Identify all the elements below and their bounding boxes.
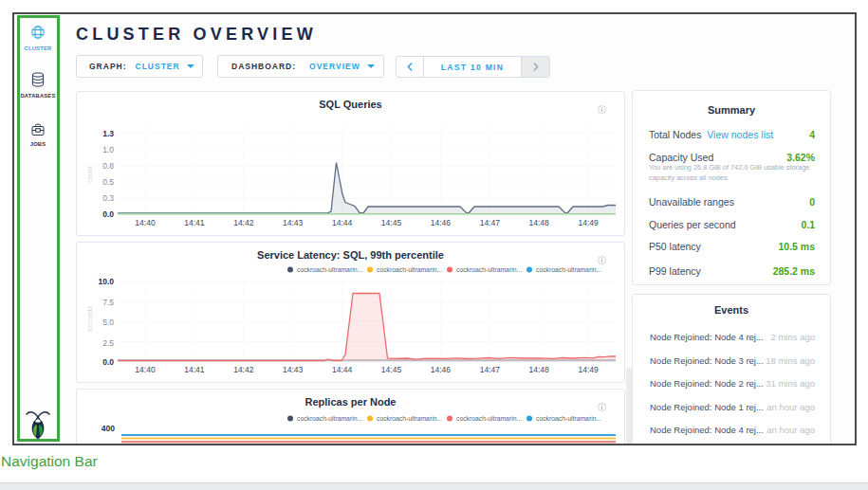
svg-text:cockroach-ultramarin...: cockroach-ultramarin... <box>377 266 442 273</box>
svg-text:14:42: 14:42 <box>233 365 254 374</box>
svg-text:5.0: 5.0 <box>102 318 114 327</box>
svg-text:count: count <box>86 166 93 183</box>
svg-text:14:46: 14:46 <box>431 218 452 227</box>
svg-text:14:40: 14:40 <box>135 365 156 374</box>
svg-text:14:41: 14:41 <box>184 218 205 227</box>
svg-text:0.3: 0.3 <box>102 193 114 203</box>
svg-text:14:41: 14:41 <box>184 365 205 374</box>
svg-text:cockroach-ultramarin...: cockroach-ultramarin... <box>456 266 522 273</box>
svg-text:14:47: 14:47 <box>480 365 501 374</box>
svg-text:2.5: 2.5 <box>102 338 114 348</box>
svg-text:14:47: 14:47 <box>480 218 501 227</box>
svg-text:14:42: 14:42 <box>233 218 254 227</box>
svg-text:7.5: 7.5 <box>102 298 114 307</box>
svg-text:400: 400 <box>102 424 115 433</box>
svg-text:cockroach-ultramarin...: cockroach-ultramarin... <box>297 415 362 422</box>
svg-text:14:44: 14:44 <box>332 218 353 227</box>
svg-text:0.8: 0.8 <box>102 161 114 171</box>
svg-text:cockroach-ultramarin...: cockroach-ultramarin... <box>536 415 601 422</box>
svg-text:14:48: 14:48 <box>529 218 550 227</box>
svg-text:0.0: 0.0 <box>102 209 114 219</box>
svg-text:10.0: 10.0 <box>98 277 114 286</box>
svg-text:1.0: 1.0 <box>102 145 114 154</box>
svg-text:14:49: 14:49 <box>578 218 599 227</box>
svg-text:14:49: 14:49 <box>578 365 599 374</box>
svg-text:1.3: 1.3 <box>102 129 114 138</box>
svg-text:14:40: 14:40 <box>135 218 156 227</box>
svg-text:14:43: 14:43 <box>283 365 304 374</box>
svg-text:14:45: 14:45 <box>381 218 402 227</box>
svg-text:cockroach-ultramarin...: cockroach-ultramarin... <box>536 266 601 273</box>
svg-text:14:43: 14:43 <box>283 218 304 227</box>
svg-text:0.0: 0.0 <box>102 357 114 367</box>
svg-text:14:45: 14:45 <box>381 365 402 374</box>
svg-text:cockroach-ultramarin...: cockroach-ultramarin... <box>456 415 522 422</box>
svg-text:cockroach-ultramarin...: cockroach-ultramarin... <box>297 266 362 273</box>
svg-text:14:48: 14:48 <box>529 365 550 374</box>
svg-text:seconds: seconds <box>86 305 93 332</box>
svg-text:0.5: 0.5 <box>102 177 114 187</box>
svg-text:14:44: 14:44 <box>332 365 353 374</box>
svg-text:14:46: 14:46 <box>431 365 452 374</box>
svg-text:cockroach-ultramarin...: cockroach-ultramarin... <box>377 415 442 422</box>
